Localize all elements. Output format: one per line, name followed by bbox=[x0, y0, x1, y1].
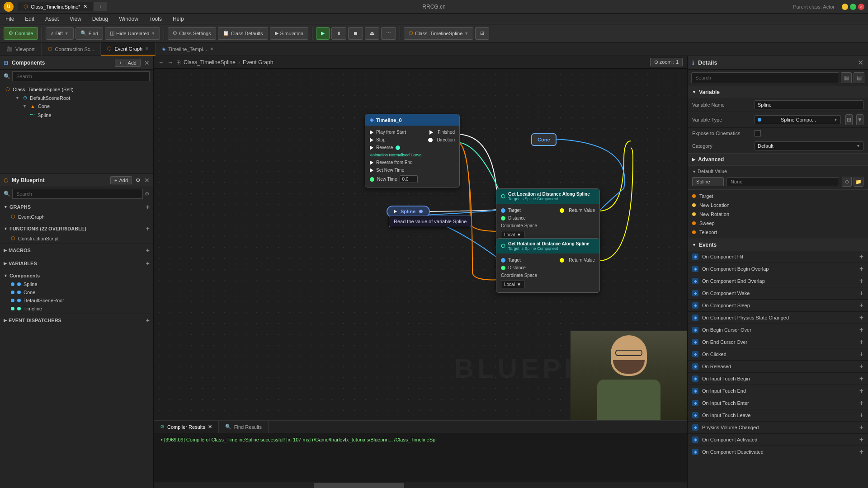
variables-add-button[interactable]: + bbox=[146, 260, 150, 267]
find-results-tab[interactable]: 🔍 Find Results bbox=[219, 421, 269, 433]
details-panel-close[interactable]: ✕ bbox=[858, 58, 863, 67]
event-add-button[interactable]: + bbox=[859, 411, 863, 419]
compiler-results-tab[interactable]: ⚙ Compiler Results ✕ bbox=[154, 421, 219, 433]
event-add-button[interactable]: + bbox=[859, 362, 863, 371]
menu-item-tools[interactable]: Tools bbox=[147, 15, 164, 23]
graphs-section-header[interactable]: ▼ GRAPHS + bbox=[0, 202, 153, 212]
variable-type-extra2[interactable]: ▼ bbox=[856, 114, 863, 125]
event-add-button[interactable]: + bbox=[859, 448, 863, 456]
event-add-button[interactable]: + bbox=[859, 253, 863, 261]
zoom-reset-button[interactable]: ⊙ zoom : 1 bbox=[650, 58, 683, 66]
main-tab[interactable]: ⬡ Class_TimelineSpline* ✕ bbox=[18, 2, 93, 11]
add-component-button[interactable]: + + Add bbox=[115, 59, 141, 67]
construction-tab[interactable]: ⬡ Construction Sc... bbox=[42, 42, 101, 56]
cone-var-item[interactable]: Cone bbox=[0, 288, 153, 296]
diff-button[interactable]: ≠ Diff ▼ bbox=[46, 27, 73, 40]
event-row-on-component-begin-overlap[interactable]: ◆On Component Begin Overlap+ bbox=[688, 263, 868, 275]
add-blueprint-button[interactable]: + Add bbox=[110, 176, 132, 184]
timeline-node[interactable]: ◈ Timeline_0 Play from Start Finished St… bbox=[365, 114, 460, 188]
breadcrumb-root[interactable]: Class_TimelineSpline bbox=[184, 59, 236, 66]
forward-nav-icon[interactable]: → bbox=[167, 59, 174, 66]
variable-section-header[interactable]: ▼ Variable bbox=[688, 86, 868, 98]
event-add-button[interactable]: + bbox=[859, 436, 863, 444]
blueprint-selector[interactable]: ⬡ Class_TimelineSpline ▼ bbox=[404, 27, 473, 40]
bp-settings-icon[interactable]: ⚙ bbox=[145, 191, 150, 197]
scrollbar-thumb[interactable] bbox=[314, 483, 404, 488]
graphs-add-button[interactable]: + bbox=[146, 203, 150, 211]
compiler-results-close[interactable]: ✕ bbox=[208, 424, 212, 430]
details-grid-button[interactable]: ▦ bbox=[841, 72, 852, 83]
menu-item-window[interactable]: Window bbox=[117, 15, 140, 23]
events-section-header[interactable]: ▼ Events bbox=[688, 239, 868, 251]
expand-cone-icon[interactable]: ▼ bbox=[23, 104, 27, 108]
dv-pick-button[interactable]: ⊙ bbox=[842, 177, 852, 187]
tab-close[interactable]: ✕ bbox=[83, 4, 87, 9]
event-add-button[interactable]: + bbox=[859, 338, 863, 346]
category-dropdown[interactable]: Default ▼ bbox=[755, 141, 863, 150]
event-row-on-begin-cursor-over[interactable]: ◆On Begin Cursor Over+ bbox=[688, 324, 868, 336]
tree-item-cone[interactable]: ▼ ▲ Cone bbox=[0, 102, 153, 110]
expand-default-scene-root-icon[interactable]: ▼ bbox=[15, 96, 19, 100]
eject-button[interactable]: ⏏ bbox=[365, 27, 379, 40]
tree-item-self[interactable]: ⬡ Class_TimelineSpline (Self) bbox=[0, 85, 153, 94]
menu-item-view[interactable]: View bbox=[68, 15, 83, 23]
event-row-on-component-wake[interactable]: ◆On Component Wake+ bbox=[688, 287, 868, 300]
timeline-tab[interactable]: ◈ Timeline_Templ... ✕ bbox=[156, 42, 220, 56]
blueprint-canvas[interactable]: BLUEPRINT ◈ Timeline_0 Play from Start F… bbox=[154, 69, 687, 420]
event-row-on-component-sleep[interactable]: ◆On Component Sleep+ bbox=[688, 300, 868, 312]
play-button[interactable]: ▶ bbox=[316, 27, 330, 40]
spline-var-item[interactable]: Spline bbox=[0, 280, 153, 288]
menu-item-debug[interactable]: Debug bbox=[90, 15, 110, 23]
menu-item-asset[interactable]: Asset bbox=[43, 15, 61, 23]
menu-item-edit[interactable]: Edit bbox=[23, 15, 36, 23]
event-row-on-component-activated[interactable]: ◆On Component Activated+ bbox=[688, 434, 868, 446]
hide-unrelated-button[interactable]: ◫ Hide Unrelated ▼ bbox=[105, 27, 160, 40]
event-add-button[interactable]: + bbox=[859, 350, 863, 358]
macros-add-button[interactable]: + bbox=[146, 247, 150, 254]
event-row-on-input-touch-enter[interactable]: ◆On Input Touch Enter+ bbox=[688, 397, 868, 409]
teleport-item[interactable]: Teleport bbox=[688, 228, 868, 237]
default-scene-root-var-item[interactable]: DefaultSceneRoot bbox=[0, 296, 153, 305]
event-row-on-input-touch-end[interactable]: ◆On Input Touch End+ bbox=[688, 385, 868, 397]
blueprint-extra-button[interactable]: ⊞ bbox=[475, 27, 489, 40]
viewport-tab[interactable]: 🎥 Viewport bbox=[0, 42, 42, 56]
compile-button[interactable]: ⚙ Compile bbox=[4, 27, 38, 40]
pause-button[interactable]: ⏸ bbox=[331, 27, 346, 40]
event-graph-tab-close[interactable]: ✕ bbox=[145, 46, 149, 51]
components-panel-close[interactable]: ✕ bbox=[144, 59, 150, 66]
menu-item-file[interactable]: File bbox=[4, 15, 16, 23]
event-row-on-input-touch-leave[interactable]: ◆On Input Touch Leave+ bbox=[688, 409, 868, 422]
target-target-item[interactable]: Target bbox=[688, 192, 868, 201]
dv-browse-button[interactable]: 📁 bbox=[854, 177, 863, 187]
expose-checkbox[interactable] bbox=[755, 130, 761, 136]
event-add-button[interactable]: + bbox=[859, 301, 863, 310]
get-rotation-node[interactable]: ⬡ Get Rotation at Distance Along Spline … bbox=[496, 238, 600, 293]
event-graph-tab[interactable]: ⬡ Event Graph ✕ bbox=[101, 42, 156, 56]
blueprint-search-input[interactable] bbox=[12, 189, 143, 199]
event-dispatchers-add-button[interactable]: + bbox=[146, 317, 150, 324]
event-row-physics-volume-changed[interactable]: ◆Physics Volume Changed+ bbox=[688, 422, 868, 434]
event-add-button[interactable]: + bbox=[859, 423, 863, 432]
event-row-on-component-physics-state-changed[interactable]: ◆On Component Physics State Changed+ bbox=[688, 312, 868, 324]
components-search-input[interactable] bbox=[12, 71, 150, 81]
variables-section-header[interactable]: ▶ VARIABLES + bbox=[0, 258, 153, 269]
blueprint-settings-icon[interactable]: ⚙ bbox=[136, 177, 141, 183]
event-row-on-end-cursor-over[interactable]: ◆On End Cursor Over+ bbox=[688, 336, 868, 348]
cone-node[interactable]: Cone bbox=[531, 133, 557, 146]
horizontal-scrollbar[interactable] bbox=[154, 483, 687, 488]
event-row-on-clicked[interactable]: ◆On Clicked+ bbox=[688, 348, 868, 361]
event-add-button[interactable]: + bbox=[859, 387, 863, 395]
get-location-node[interactable]: ⬡ Get Location at Distance Along Spline … bbox=[496, 188, 600, 243]
timeline-tab-close[interactable]: ✕ bbox=[210, 47, 213, 52]
stop-button[interactable]: ⏹ bbox=[348, 27, 363, 40]
minimize-button[interactable]: ─ bbox=[842, 4, 848, 10]
class-defaults-button[interactable]: 📋 Class Defaults bbox=[218, 27, 268, 40]
blueprint-panel-close[interactable]: ✕ bbox=[144, 177, 150, 184]
event-add-button[interactable]: + bbox=[859, 314, 863, 322]
new-time-input[interactable] bbox=[400, 175, 418, 183]
event-add-button[interactable]: + bbox=[859, 326, 863, 334]
new-tab[interactable]: + bbox=[94, 2, 107, 11]
event-row-on-input-touch-begin[interactable]: ◆On Input Touch Begin+ bbox=[688, 373, 868, 385]
event-add-button[interactable]: + bbox=[859, 399, 863, 407]
find-button[interactable]: 🔍 Find bbox=[75, 27, 103, 40]
